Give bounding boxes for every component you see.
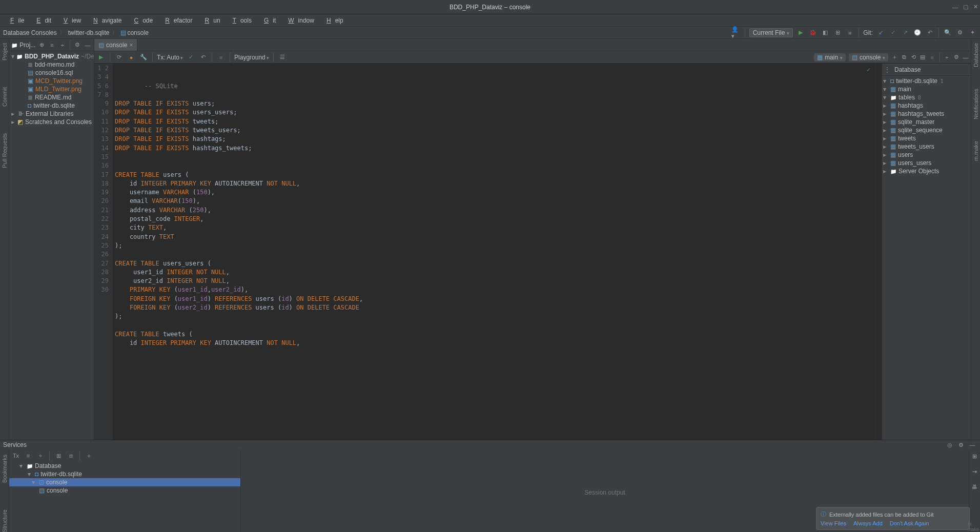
db-table-users_users[interactable]: ▸▦ users_users <box>882 159 971 167</box>
svc-print-icon[interactable]: 🖶 <box>970 482 979 492</box>
copy-icon[interactable]: ⧉ <box>901 53 907 62</box>
svc-twitter[interactable]: ▾◘ twitter-db.sqlite <box>9 470 240 478</box>
db-main[interactable]: ▾▦ main <box>882 85 971 93</box>
server-objects[interactable]: ▸ Server Objects <box>882 167 971 175</box>
tool-tab-project[interactable]: Project <box>1 40 8 64</box>
services-hide-icon[interactable]: — <box>968 440 977 449</box>
project-file[interactable]: README.md <box>9 93 94 101</box>
menu-file[interactable]: File <box>2 16 28 25</box>
target-icon[interactable]: ⊕ <box>37 40 46 50</box>
git-push-icon[interactable]: ↗ <box>901 28 910 37</box>
svc-console-node[interactable]: ▾⊡ console <box>9 478 240 486</box>
scrollbar[interactable] <box>875 64 882 440</box>
run-icon[interactable]: ▶ <box>796 28 805 37</box>
project-file[interactable]: console16.sql <box>9 69 94 77</box>
db-table-sqlite_sequence[interactable]: ▸▦ sqlite_sequence <box>882 126 971 134</box>
coverage-icon[interactable]: ◧ <box>821 28 830 37</box>
diagram-icon[interactable]: ▤ <box>920 53 926 62</box>
maximize-icon[interactable]: ▢ <box>963 4 968 10</box>
menu-code[interactable]: Code <box>126 16 157 25</box>
svc-database[interactable]: ▾ Database <box>9 462 240 470</box>
menu-window[interactable]: Window <box>280 16 318 25</box>
db-table-tweets[interactable]: ▸▦ tweets <box>882 134 971 142</box>
breadcrumb-item[interactable]: twitter-db.sqlite <box>68 29 110 36</box>
svc-console-leaf[interactable]: ▤ console <box>9 486 240 495</box>
expand-icon[interactable]: ≡ <box>48 40 56 50</box>
project-file[interactable]: MLD_Twitter.png <box>9 85 94 93</box>
project-file[interactable]: MCD_Twitter.png <box>9 77 94 85</box>
search-icon[interactable]: 🔍 <box>943 28 952 37</box>
svc-expand2-icon[interactable]: ⇥ <box>970 467 979 476</box>
execute-icon[interactable]: ▶ <box>96 53 106 62</box>
hide2-icon[interactable]: — <box>963 53 969 62</box>
minimize-icon[interactable]: — <box>952 4 958 10</box>
database-panel-label[interactable]: Database <box>894 66 969 73</box>
tool-tab-database[interactable]: Database <box>972 40 979 70</box>
run-config-combo[interactable]: Current File <box>749 28 793 37</box>
debug-icon[interactable]: 🐞 <box>808 28 818 37</box>
close-icon[interactable]: ✕ <box>973 4 978 10</box>
db-table-sqlite_master[interactable]: ▸▦ sqlite_master <box>882 118 971 126</box>
gear2-icon[interactable]: ⚙ <box>953 53 959 62</box>
wrench-icon[interactable]: 🔧 <box>139 53 148 62</box>
tool-tab-pull-requests[interactable]: Pull Requests <box>1 130 8 171</box>
svc-collapse-icon[interactable]: ÷ <box>36 451 45 460</box>
menu-help[interactable]: Help <box>318 16 348 25</box>
target-main[interactable]: ▦main <box>814 53 846 62</box>
menu-view[interactable]: View <box>55 16 85 25</box>
menu-navigate[interactable]: Navigate <box>85 16 126 25</box>
svc-grid-icon[interactable]: ⊞ <box>54 451 63 460</box>
target-console[interactable]: ▤console <box>849 53 888 62</box>
playground[interactable]: Playground <box>234 54 269 61</box>
project-file[interactable]: bdd-memo.md <box>9 60 94 69</box>
svc-tx-icon[interactable]: Tx <box>11 451 21 460</box>
tool-tab-m-make[interactable]: m.make <box>972 138 979 164</box>
sync-icon[interactable]: ⟲ <box>910 53 916 62</box>
menu-run[interactable]: Run <box>197 16 224 25</box>
git-rollback-icon[interactable]: ↶ <box>925 28 934 37</box>
menu-tools[interactable]: Tools <box>224 16 256 25</box>
menu-refactor[interactable]: Refactor <box>157 16 196 25</box>
code-editor[interactable]: -- SQLite DROP TABLE IF EXISTS users; DR… <box>113 64 875 440</box>
editor-tab-console[interactable]: console <box>94 39 137 51</box>
rollback-tx-icon[interactable]: ↶ <box>198 53 208 62</box>
scratches[interactable]: ▸◩ Scratches and Consoles <box>9 118 94 126</box>
git-history-icon[interactable]: 🕘 <box>913 28 922 37</box>
db-table-hashtags_tweets[interactable]: ▸▦ hashtags_tweets <box>882 110 971 118</box>
svc-expand-icon[interactable]: ≡ <box>24 451 33 460</box>
close-tab-icon[interactable] <box>129 42 133 49</box>
inspection-ok-icon[interactable] <box>867 66 870 74</box>
menu-edit[interactable]: Edit <box>28 16 55 25</box>
db-tables[interactable]: ▾ tables 8 <box>882 93 971 101</box>
svc-add-icon[interactable]: ＋ <box>84 451 93 460</box>
git-commit-icon[interactable]: ✓ <box>888 28 897 37</box>
hide-icon[interactable]: — <box>84 40 92 50</box>
history-icon[interactable]: ⟳ <box>114 53 124 62</box>
always-add-link[interactable]: Always Add <box>853 520 883 526</box>
menu-git[interactable]: Git <box>256 16 280 25</box>
view-files-link[interactable]: View Files <box>821 520 846 526</box>
tool-tab-notifications[interactable]: Notifications <box>972 86 979 122</box>
db-table-hashtags[interactable]: ▸▦ hashtags <box>882 101 971 110</box>
ide-settings-icon[interactable]: ⚙ <box>955 28 965 37</box>
dont-ask-link[interactable]: Don't Ask Again <box>890 520 929 526</box>
breadcrumb-item[interactable]: console <box>127 29 148 36</box>
svc-grid2-icon[interactable]: ⊞ <box>970 452 979 461</box>
project-file[interactable]: twitter-db.sqlite <box>9 101 94 110</box>
view-mode-icon[interactable]: ☰ <box>278 53 287 62</box>
db-root[interactable]: ▾◘ twitter-db.sqlite 1 <box>882 77 971 85</box>
breadcrumb-item[interactable]: Database Consoles <box>3 29 57 36</box>
settings-icon[interactable]: ⚙ <box>73 40 81 50</box>
tool-tab-commit[interactable]: Commit <box>1 84 8 110</box>
new-console-icon[interactable]: ＋ <box>891 53 897 62</box>
tx-auto[interactable]: Tx: Auto <box>157 54 183 61</box>
profile-icon[interactable]: ⊞ <box>833 28 842 37</box>
git-branch-icon[interactable]: ↙ <box>876 28 885 37</box>
db-table-users[interactable]: ▸▦ users <box>882 151 971 159</box>
filter-icon[interactable]: ÷ <box>944 53 950 62</box>
ai-icon[interactable]: ✦ <box>968 28 977 37</box>
svc-fit-icon[interactable]: ⧈ <box>66 451 75 460</box>
explain-icon[interactable]: ● <box>127 53 136 62</box>
services-settings-icon[interactable]: ⚙ <box>956 440 966 449</box>
users-icon[interactable]: 👤▾ <box>731 28 741 37</box>
